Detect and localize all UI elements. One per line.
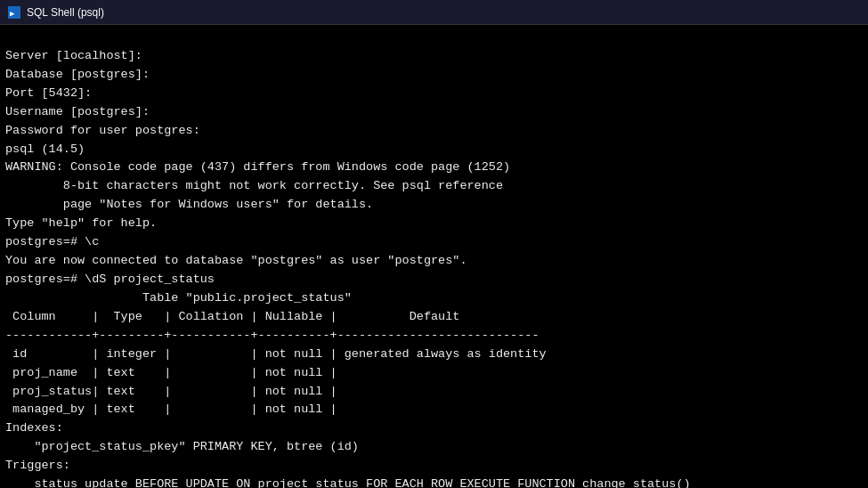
terminal-line: Column | Type | Collation | Nullable | D… (5, 308, 863, 327)
terminal-line: psql (14.5) (5, 141, 863, 159)
terminal-line: Port [5432]: (5, 85, 863, 103)
terminal-line: Indexes: (5, 419, 863, 438)
terminal-output[interactable]: Server [localhost]:Database [postgres]:P… (0, 25, 868, 488)
app-icon: ▶ (7, 5, 21, 20)
terminal-line: "project_status_pkey" PRIMARY KEY, btree… (5, 438, 863, 457)
terminal-line: WARNING: Console code page (437) differs… (5, 159, 863, 177)
terminal-line: proj_status| text | | not null | (5, 383, 863, 402)
terminal-line: You are now connected to database "postg… (5, 252, 863, 271)
terminal-line: proj_name | text | | not null | (5, 364, 863, 383)
svg-text:▶: ▶ (10, 9, 15, 18)
terminal-line: Triggers: (5, 457, 863, 476)
terminal-line: Server [localhost]: (5, 47, 863, 66)
terminal-line: ------------+---------+-----------+-----… (5, 327, 863, 346)
terminal-line: managed_by | text | | not null | (5, 401, 863, 419)
terminal-line: Password for user postgres: (5, 122, 863, 141)
terminal-line: 8-bit characters might not work correctl… (5, 177, 863, 196)
window-title: SQL Shell (psql) (27, 6, 104, 19)
terminal-line: status_update BEFORE UPDATE ON project_s… (5, 476, 863, 488)
terminal-line: Username [postgres]: (5, 103, 863, 122)
terminal-line: postgres=# \c (5, 233, 863, 252)
terminal-line: Database [postgres]: (5, 66, 863, 85)
terminal-line: page "Notes for Windows users" for detai… (5, 196, 863, 215)
title-bar: ▶ SQL Shell (psql) (0, 0, 868, 25)
terminal-line: id | integer | | not null | generated al… (5, 346, 863, 364)
terminal-line: Table "public.project_status" (5, 289, 863, 308)
terminal-line: postgres=# \dS project_status (5, 271, 863, 289)
terminal-line: Type "help" for help. (5, 215, 863, 233)
